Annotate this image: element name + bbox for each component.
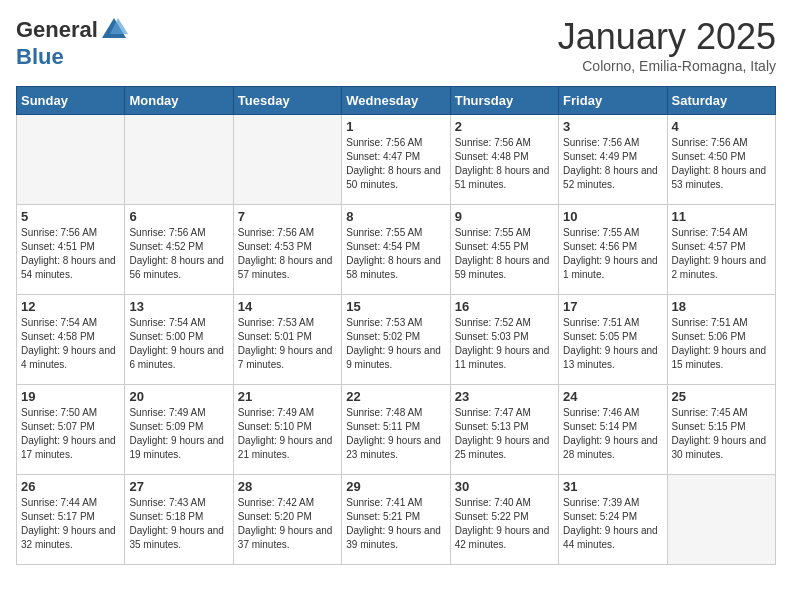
day-info: Sunrise: 7:48 AM Sunset: 5:11 PM Dayligh…: [346, 406, 445, 462]
day-info: Sunrise: 7:49 AM Sunset: 5:09 PM Dayligh…: [129, 406, 228, 462]
day-number: 29: [346, 479, 445, 494]
day-number: 16: [455, 299, 554, 314]
day-number: 21: [238, 389, 337, 404]
day-info: Sunrise: 7:42 AM Sunset: 5:20 PM Dayligh…: [238, 496, 337, 552]
day-number: 17: [563, 299, 662, 314]
day-info: Sunrise: 7:54 AM Sunset: 4:58 PM Dayligh…: [21, 316, 120, 372]
calendar-cell: [17, 115, 125, 205]
weekday-header: Sunday: [17, 87, 125, 115]
day-number: 3: [563, 119, 662, 134]
day-info: Sunrise: 7:44 AM Sunset: 5:17 PM Dayligh…: [21, 496, 120, 552]
day-info: Sunrise: 7:54 AM Sunset: 4:57 PM Dayligh…: [672, 226, 771, 282]
calendar-cell: 13Sunrise: 7:54 AM Sunset: 5:00 PM Dayli…: [125, 295, 233, 385]
day-number: 8: [346, 209, 445, 224]
day-number: 28: [238, 479, 337, 494]
calendar-cell: 23Sunrise: 7:47 AM Sunset: 5:13 PM Dayli…: [450, 385, 558, 475]
day-number: 6: [129, 209, 228, 224]
calendar-cell: 15Sunrise: 7:53 AM Sunset: 5:02 PM Dayli…: [342, 295, 450, 385]
calendar-cell: 24Sunrise: 7:46 AM Sunset: 5:14 PM Dayli…: [559, 385, 667, 475]
calendar-week-row: 5Sunrise: 7:56 AM Sunset: 4:51 PM Daylig…: [17, 205, 776, 295]
day-info: Sunrise: 7:40 AM Sunset: 5:22 PM Dayligh…: [455, 496, 554, 552]
calendar-week-row: 1Sunrise: 7:56 AM Sunset: 4:47 PM Daylig…: [17, 115, 776, 205]
day-number: 24: [563, 389, 662, 404]
calendar-cell: 21Sunrise: 7:49 AM Sunset: 5:10 PM Dayli…: [233, 385, 341, 475]
day-info: Sunrise: 7:49 AM Sunset: 5:10 PM Dayligh…: [238, 406, 337, 462]
day-number: 4: [672, 119, 771, 134]
day-number: 13: [129, 299, 228, 314]
logo-icon: [100, 16, 128, 44]
logo-general-text: General: [16, 17, 98, 43]
day-number: 5: [21, 209, 120, 224]
day-info: Sunrise: 7:55 AM Sunset: 4:56 PM Dayligh…: [563, 226, 662, 282]
day-info: Sunrise: 7:51 AM Sunset: 5:06 PM Dayligh…: [672, 316, 771, 372]
weekday-header: Monday: [125, 87, 233, 115]
day-number: 7: [238, 209, 337, 224]
day-info: Sunrise: 7:55 AM Sunset: 4:55 PM Dayligh…: [455, 226, 554, 282]
calendar-cell: 10Sunrise: 7:55 AM Sunset: 4:56 PM Dayli…: [559, 205, 667, 295]
day-number: 27: [129, 479, 228, 494]
logo: General Blue: [16, 16, 128, 70]
calendar-cell: 2Sunrise: 7:56 AM Sunset: 4:48 PM Daylig…: [450, 115, 558, 205]
day-number: 12: [21, 299, 120, 314]
day-info: Sunrise: 7:53 AM Sunset: 5:01 PM Dayligh…: [238, 316, 337, 372]
calendar-cell: 8Sunrise: 7:55 AM Sunset: 4:54 PM Daylig…: [342, 205, 450, 295]
calendar-cell: 4Sunrise: 7:56 AM Sunset: 4:50 PM Daylig…: [667, 115, 775, 205]
calendar-cell: 20Sunrise: 7:49 AM Sunset: 5:09 PM Dayli…: [125, 385, 233, 475]
day-info: Sunrise: 7:41 AM Sunset: 5:21 PM Dayligh…: [346, 496, 445, 552]
day-info: Sunrise: 7:56 AM Sunset: 4:50 PM Dayligh…: [672, 136, 771, 192]
weekday-header: Wednesday: [342, 87, 450, 115]
day-info: Sunrise: 7:56 AM Sunset: 4:47 PM Dayligh…: [346, 136, 445, 192]
weekday-header: Friday: [559, 87, 667, 115]
calendar-cell: 27Sunrise: 7:43 AM Sunset: 5:18 PM Dayli…: [125, 475, 233, 565]
day-number: 11: [672, 209, 771, 224]
calendar-cell: 16Sunrise: 7:52 AM Sunset: 5:03 PM Dayli…: [450, 295, 558, 385]
day-info: Sunrise: 7:50 AM Sunset: 5:07 PM Dayligh…: [21, 406, 120, 462]
calendar-week-row: 12Sunrise: 7:54 AM Sunset: 4:58 PM Dayli…: [17, 295, 776, 385]
calendar-cell: [125, 115, 233, 205]
calendar-cell: 19Sunrise: 7:50 AM Sunset: 5:07 PM Dayli…: [17, 385, 125, 475]
calendar-cell: 29Sunrise: 7:41 AM Sunset: 5:21 PM Dayli…: [342, 475, 450, 565]
day-info: Sunrise: 7:55 AM Sunset: 4:54 PM Dayligh…: [346, 226, 445, 282]
calendar-week-row: 26Sunrise: 7:44 AM Sunset: 5:17 PM Dayli…: [17, 475, 776, 565]
day-info: Sunrise: 7:56 AM Sunset: 4:51 PM Dayligh…: [21, 226, 120, 282]
day-info: Sunrise: 7:56 AM Sunset: 4:48 PM Dayligh…: [455, 136, 554, 192]
calendar-cell: 11Sunrise: 7:54 AM Sunset: 4:57 PM Dayli…: [667, 205, 775, 295]
day-number: 31: [563, 479, 662, 494]
day-info: Sunrise: 7:39 AM Sunset: 5:24 PM Dayligh…: [563, 496, 662, 552]
day-number: 1: [346, 119, 445, 134]
calendar-cell: 18Sunrise: 7:51 AM Sunset: 5:06 PM Dayli…: [667, 295, 775, 385]
weekday-header: Saturday: [667, 87, 775, 115]
day-number: 19: [21, 389, 120, 404]
calendar-cell: 28Sunrise: 7:42 AM Sunset: 5:20 PM Dayli…: [233, 475, 341, 565]
day-number: 15: [346, 299, 445, 314]
month-title: January 2025: [558, 16, 776, 58]
day-number: 22: [346, 389, 445, 404]
day-info: Sunrise: 7:46 AM Sunset: 5:14 PM Dayligh…: [563, 406, 662, 462]
day-info: Sunrise: 7:52 AM Sunset: 5:03 PM Dayligh…: [455, 316, 554, 372]
weekday-header: Tuesday: [233, 87, 341, 115]
page-header: General Blue January 2025 Colorno, Emili…: [16, 16, 776, 74]
day-number: 26: [21, 479, 120, 494]
day-number: 2: [455, 119, 554, 134]
day-number: 23: [455, 389, 554, 404]
calendar-cell: [667, 475, 775, 565]
calendar-cell: 25Sunrise: 7:45 AM Sunset: 5:15 PM Dayli…: [667, 385, 775, 475]
calendar-cell: 14Sunrise: 7:53 AM Sunset: 5:01 PM Dayli…: [233, 295, 341, 385]
day-info: Sunrise: 7:56 AM Sunset: 4:49 PM Dayligh…: [563, 136, 662, 192]
calendar-cell: 22Sunrise: 7:48 AM Sunset: 5:11 PM Dayli…: [342, 385, 450, 475]
calendar-cell: 6Sunrise: 7:56 AM Sunset: 4:52 PM Daylig…: [125, 205, 233, 295]
day-number: 14: [238, 299, 337, 314]
logo-blue-text: Blue: [16, 44, 64, 70]
calendar-cell: 12Sunrise: 7:54 AM Sunset: 4:58 PM Dayli…: [17, 295, 125, 385]
weekday-header-row: SundayMondayTuesdayWednesdayThursdayFrid…: [17, 87, 776, 115]
calendar-cell: 17Sunrise: 7:51 AM Sunset: 5:05 PM Dayli…: [559, 295, 667, 385]
calendar-cell: 7Sunrise: 7:56 AM Sunset: 4:53 PM Daylig…: [233, 205, 341, 295]
day-number: 10: [563, 209, 662, 224]
day-number: 25: [672, 389, 771, 404]
calendar-cell: 9Sunrise: 7:55 AM Sunset: 4:55 PM Daylig…: [450, 205, 558, 295]
day-info: Sunrise: 7:51 AM Sunset: 5:05 PM Dayligh…: [563, 316, 662, 372]
location-text: Colorno, Emilia-Romagna, Italy: [558, 58, 776, 74]
calendar-cell: 5Sunrise: 7:56 AM Sunset: 4:51 PM Daylig…: [17, 205, 125, 295]
calendar-cell: 3Sunrise: 7:56 AM Sunset: 4:49 PM Daylig…: [559, 115, 667, 205]
day-info: Sunrise: 7:56 AM Sunset: 4:53 PM Dayligh…: [238, 226, 337, 282]
